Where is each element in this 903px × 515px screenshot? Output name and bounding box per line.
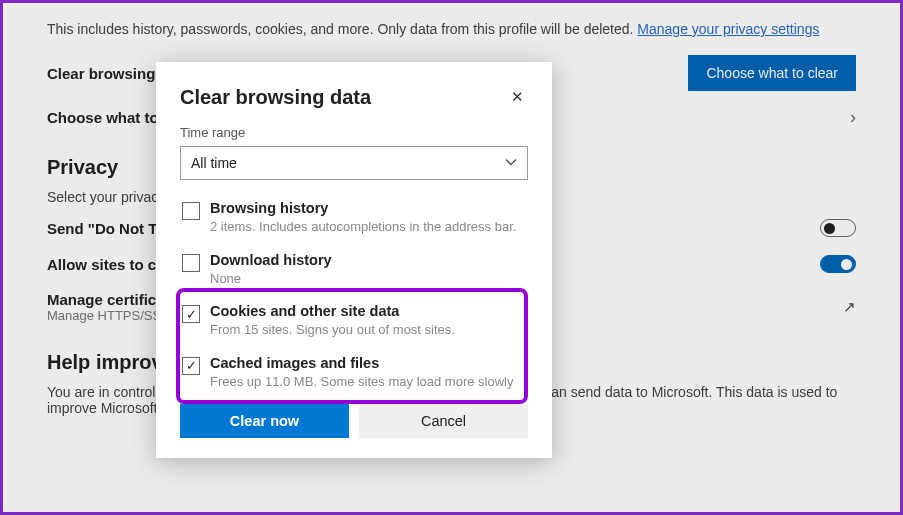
option-title: Cookies and other site data [210,303,524,319]
option-title: Download history [210,252,524,268]
checkbox[interactable] [182,202,200,220]
option-cookies[interactable]: Cookies and other site data From 15 site… [180,297,526,349]
option-cached-images[interactable]: Cached images and files Frees up 11.0 MB… [180,349,526,390]
checkbox[interactable] [182,357,200,375]
data-type-list[interactable]: Browsing history 2 items. Includes autoc… [180,194,528,390]
time-range-select[interactable]: All time [180,146,528,180]
time-range-value: All time [191,155,237,171]
option-browsing-history[interactable]: Browsing history 2 items. Includes autoc… [180,194,526,246]
chevron-down-icon [505,155,517,171]
option-sub: 2 items. Includes autocompletions in the… [210,218,524,236]
dialog-title: Clear browsing data [180,86,371,109]
close-icon[interactable]: ✕ [507,86,528,108]
option-download-history[interactable]: Download history None [180,246,526,298]
checkbox[interactable] [182,254,200,272]
time-range-label: Time range [180,125,528,140]
option-title: Cached images and files [210,355,524,371]
option-sub: From 15 sites. Signs you out of most sit… [210,321,524,339]
checkbox[interactable] [182,305,200,323]
option-title: Browsing history [210,200,524,216]
option-sub: Frees up 11.0 MB. Some sites may load mo… [210,373,524,390]
clear-now-button[interactable]: Clear now [180,404,349,438]
cancel-button[interactable]: Cancel [359,404,528,438]
clear-browsing-data-dialog: Clear browsing data ✕ Time range All tim… [156,62,552,458]
option-sub: None [210,270,524,288]
